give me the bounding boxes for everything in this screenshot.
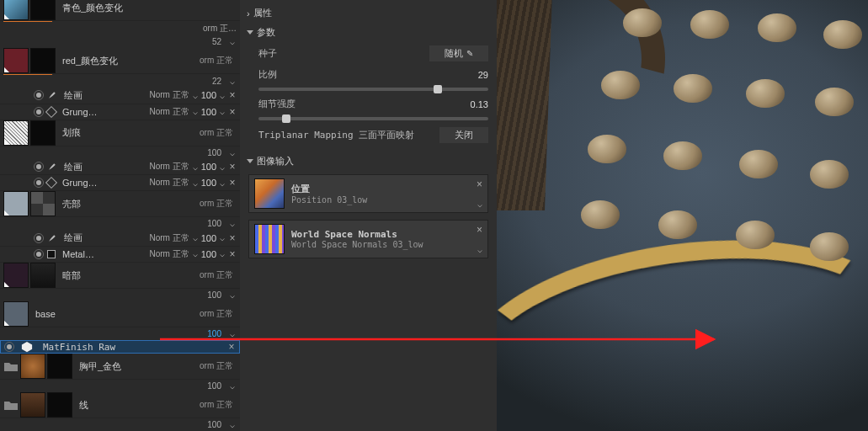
visibility-toggle[interactable] xyxy=(34,162,44,172)
chevron-down-icon[interactable]: ⌵ xyxy=(477,200,482,209)
viewport-3d[interactable] xyxy=(497,0,868,431)
layer-name: 壳部 xyxy=(57,198,194,210)
close-icon[interactable]: × xyxy=(227,341,236,353)
visibility-toggle[interactable] xyxy=(34,249,44,259)
pencil-icon: ✎ xyxy=(466,49,473,58)
diamond-icon xyxy=(45,177,57,189)
layer-name: base xyxy=(30,309,194,319)
layer-name: 暗部 xyxy=(57,269,194,282)
layer-row[interactable]: 胸甲_金色 orm 正常 xyxy=(0,354,240,380)
layers-panel: 青色_颜色变化 orm 正… 52 ⌵ red_颜色变化 orm 正常 22 ⌵ xyxy=(0,0,240,431)
layer-row[interactable]: 壳部 orm 正常 xyxy=(0,191,240,217)
chevron-down-icon[interactable]: ⌵ xyxy=(228,37,237,46)
visibility-toggle[interactable] xyxy=(34,107,44,117)
sublayer-row[interactable]: 绘画 Norm 正常⌵ 100⌵ × xyxy=(0,88,240,104)
seed-random-button[interactable]: 随机✎ xyxy=(429,45,488,61)
brush-icon xyxy=(47,90,57,100)
chevron-down-icon xyxy=(247,30,253,35)
visibility-toggle[interactable] xyxy=(34,178,44,188)
layer-name: 青色_颜色变化 xyxy=(57,2,237,14)
layer-row[interactable]: 划痕 orm 正常 xyxy=(0,120,240,146)
viewport-render xyxy=(497,0,868,431)
folder-icon xyxy=(3,399,19,411)
close-icon[interactable]: × xyxy=(228,177,237,189)
close-icon[interactable]: × xyxy=(228,232,237,244)
sublayer-row[interactable]: 绘画 Norm 正常⌵ 100⌵ × xyxy=(0,230,240,246)
image-input-wsnormals[interactable]: World Space Normals World Space Normals … xyxy=(248,220,488,258)
sublayer-row[interactable]: 绘画 Norm 正常⌵ 100⌵ × xyxy=(0,159,240,175)
chevron-right-icon: › xyxy=(247,8,250,19)
layer-name: 胸甲_金色 xyxy=(74,360,194,373)
sublayer-row[interactable]: Grung… Norm 正常⌵ 100⌵ × xyxy=(0,104,240,120)
selected-effect-row[interactable]: MatFinish Raw × xyxy=(0,340,240,354)
layer-name: 线 xyxy=(74,399,194,412)
layer-row[interactable]: 青色_颜色变化 xyxy=(0,0,240,21)
diamond-icon xyxy=(45,106,57,118)
close-icon[interactable]: × xyxy=(228,248,237,260)
layer-name: red_颜色变化 xyxy=(57,55,194,67)
param-triplanar: Triplanar Mapping 三面平面映射 关闭 xyxy=(240,124,497,146)
square-icon xyxy=(47,250,56,258)
close-icon[interactable]: × xyxy=(477,178,482,190)
svg-marker-0 xyxy=(22,342,32,352)
detail-slider[interactable] xyxy=(258,117,488,120)
sublayer-row[interactable]: Grung… Norm 正常⌵ 100⌵ × xyxy=(0,175,240,191)
brush-icon xyxy=(47,162,57,172)
brush-icon xyxy=(47,233,57,243)
layer-row[interactable]: base orm 正常 xyxy=(0,301,240,327)
scale-slider[interactable] xyxy=(258,88,488,91)
section-parameters[interactable]: 参数 xyxy=(240,23,497,42)
triplanar-toggle-button[interactable]: 关闭 xyxy=(439,127,488,143)
visibility-toggle[interactable] xyxy=(34,233,44,243)
close-icon[interactable]: × xyxy=(477,224,482,236)
layer-name: 划痕 xyxy=(57,126,194,139)
layer-row[interactable]: 暗部 orm 正常 xyxy=(0,263,240,289)
folder-icon xyxy=(3,360,19,372)
param-scale: 比例 29 xyxy=(240,65,497,84)
close-icon[interactable]: × xyxy=(228,106,237,118)
section-image-inputs[interactable]: 图像输入 xyxy=(240,152,497,171)
close-icon[interactable]: × xyxy=(228,161,237,173)
visibility-toggle[interactable] xyxy=(4,342,14,352)
chevron-down-icon[interactable]: ⌵ xyxy=(477,245,482,254)
substance-hex-icon xyxy=(21,341,33,353)
param-detail: 细节强度 0.13 xyxy=(240,94,497,114)
section-attributes[interactable]: › 属性 xyxy=(240,3,497,23)
sublayer-row[interactable]: Metal… Norm 正常⌵ 100⌵ × xyxy=(0,247,240,263)
image-input-position[interactable]: 位置 Position 03_low × ⌵ xyxy=(248,174,488,213)
visibility-toggle[interactable] xyxy=(34,90,44,100)
close-icon[interactable]: × xyxy=(228,89,237,101)
layer-row[interactable]: red_颜色变化 orm 正常 xyxy=(0,48,240,74)
effect-name: MatFinish Raw xyxy=(38,342,222,353)
chevron-down-icon[interactable]: ⌵ xyxy=(228,77,237,86)
param-seed: 种子 随机✎ xyxy=(240,42,497,65)
properties-panel: › 属性 参数 种子 随机✎ 比例 29 细节强度 0.13 Tri xyxy=(240,0,497,431)
layer-row[interactable]: 线 orm 正常 xyxy=(0,392,240,418)
chevron-down-icon xyxy=(247,159,253,163)
